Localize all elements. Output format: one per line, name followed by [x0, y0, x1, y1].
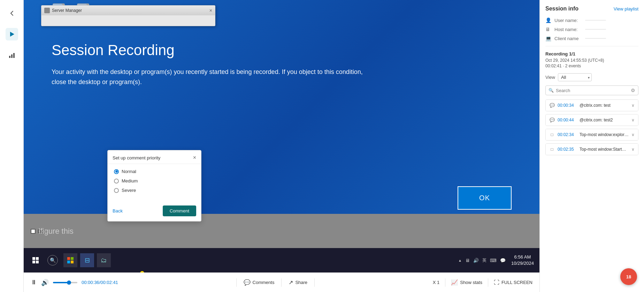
share-icon: ↗ [289, 279, 293, 286]
configure-text: lfigure this [39, 227, 74, 236]
dialog-title: Set up comment priority [113, 155, 160, 160]
radio-normal-circle[interactable] [114, 169, 119, 174]
session-recording-description: Your activity with the desktop or progra… [52, 67, 365, 87]
event-item-1: 💬 00:00:34 @citrix.com: test ∨ [545, 99, 638, 111]
divider-3 [314, 278, 315, 287]
controls-left: ⏸ 🔊 00:00:36/00:02:41 [31, 279, 118, 286]
controls-right: X 1 📈 Show stats ⛶ FULL SCREEN [433, 278, 532, 287]
view-select[interactable]: All Events Comments [558, 73, 592, 81]
comment-button[interactable]: Comment [163, 205, 196, 216]
play-nav-icon[interactable] [6, 28, 18, 40]
pause-icon: ⏸ [31, 279, 37, 286]
event-item-3-header[interactable]: □ 00:02:34 Top-most window:explorer., 16… [546, 129, 638, 140]
view-playlist-link[interactable]: View playlist [614, 6, 638, 12]
host-value [585, 29, 606, 30]
radio-severe[interactable]: Severe [114, 188, 195, 193]
svg-marker-0 [10, 32, 14, 37]
notification-badge[interactable]: 18 [620, 268, 637, 285]
radio-medium-circle[interactable] [114, 179, 119, 184]
event-3-expand-icon[interactable]: ∨ [631, 132, 635, 137]
view-row: View All Events Comments [545, 73, 638, 81]
checkbox-box[interactable] [31, 229, 36, 234]
back-button-dialog[interactable]: Back [113, 208, 123, 214]
event-item-2: 💬 00:00:44 @citrix.com: test2 ∨ [545, 114, 638, 126]
server-manager-close-icon[interactable]: × [209, 8, 212, 13]
event-2-desc: @citrix.com: test2 [580, 118, 629, 122]
event-item-2-header[interactable]: 💬 00:00:44 @citrix.com: test2 ∨ [546, 114, 638, 126]
divider-2 [281, 278, 282, 287]
show-stats-button[interactable]: 📈 Show stats [451, 279, 482, 286]
svg-rect-3 [13, 53, 15, 58]
main-content: Server Manager × Session Recording Your … [24, 0, 539, 292]
event-1-time: 00:00:34 [558, 103, 577, 108]
user-icon: 👤 [545, 17, 552, 23]
host-icon: 🖥 [545, 27, 552, 32]
session-recording-title: Session Recording [52, 42, 512, 59]
host-label: Host name: [554, 27, 582, 32]
client-label: Client name [554, 36, 582, 41]
server-manager-app-icon [44, 8, 50, 13]
video-bottom-gray: Dor lfigure this [24, 214, 539, 249]
divider-5 [488, 278, 488, 287]
volume-handle[interactable] [67, 280, 71, 285]
search-icon: 🔍 [549, 88, 554, 93]
svg-rect-5 [71, 257, 74, 260]
tray-arrow: ▲ [458, 259, 462, 262]
stats-chart-icon: 📈 [451, 279, 458, 286]
view-label: View [545, 75, 555, 80]
radio-severe-circle[interactable] [114, 188, 119, 193]
dialog-footer: Back Comment [108, 202, 201, 221]
fullscreen-icon: ⛶ [494, 279, 499, 286]
share-button[interactable]: ↗ Share [289, 279, 307, 286]
taskbar-start-button[interactable] [29, 254, 42, 267]
dialog-close-icon[interactable]: × [193, 155, 196, 161]
radio-normal[interactable]: Normal [114, 169, 195, 174]
client-info-row: 💻 Client name [545, 36, 638, 41]
volume-button[interactable]: 🔊 [41, 279, 49, 286]
time-display: 00:00:36/00:02:41 [82, 280, 118, 285]
session-info-header: Session info View playlist [545, 6, 638, 12]
event-2-recording-icon: 💬 [549, 117, 555, 123]
comments-label: Comments [253, 280, 275, 285]
event-4-expand-icon[interactable]: ∨ [631, 147, 635, 152]
event-item-4-header[interactable]: □ 00:02:35 Top-most window:StartMenuExpe… [546, 144, 638, 155]
event-item-3: □ 00:02:34 Top-most window:explorer., 16… [545, 129, 638, 141]
recording-meta: 00:02:41 · 2 events [545, 63, 638, 68]
taskbar-app-3[interactable]: 🗂 [97, 253, 111, 267]
taskbar-app-2[interactable]: ⊟ [80, 253, 94, 267]
svg-rect-7 [71, 261, 74, 263]
share-label: Share [295, 280, 307, 285]
radio-medium[interactable]: Medium [114, 178, 195, 184]
event-1-desc: @citrix.com: test [580, 103, 629, 108]
volume-slider[interactable] [53, 282, 77, 283]
event-1-expand-icon[interactable]: ∨ [631, 103, 635, 108]
event-4-desc: Top-most window:StartMenuExperienceHost,… [580, 147, 629, 152]
taskbar-app-1[interactable] [63, 253, 77, 267]
pause-button[interactable]: ⏸ [31, 279, 37, 286]
time-current: 00:00:36 [82, 280, 99, 285]
show-stats-label: Show stats [460, 280, 482, 285]
recording-section: Recording 1/1 Oct 29, 2024 14:55:53 (UTC… [545, 46, 638, 68]
filter-icon[interactable]: ⚙ [631, 88, 635, 93]
fullscreen-button[interactable]: ⛶ FULL SCREEN [494, 279, 532, 286]
session-recording-content: Session Recording Your activity with the… [52, 42, 512, 87]
svg-rect-1 [9, 56, 10, 58]
event-3-time: 00:02:34 [558, 132, 577, 137]
event-4-time: 00:02:35 [558, 147, 577, 152]
back-button[interactable] [6, 7, 18, 20]
comments-icon: 💬 [244, 279, 251, 286]
stats-icon[interactable] [6, 49, 18, 61]
tray-keyboard-icon: ⌨ [490, 258, 497, 263]
tray-chat-icon: 💬 [500, 258, 506, 263]
video-taskbar: 🔍 ⊟ 🗂 [24, 248, 539, 272]
comments-button[interactable]: 💬 Comments [244, 279, 275, 286]
event-2-expand-icon[interactable]: ∨ [631, 118, 635, 122]
taskbar-search-button[interactable]: 🔍 [47, 255, 58, 265]
event-item-1-header[interactable]: 💬 00:00:34 @citrix.com: test ∨ [546, 100, 638, 111]
search-input[interactable] [556, 88, 629, 93]
ok-button[interactable]: OK [458, 186, 512, 210]
svg-rect-6 [67, 261, 70, 263]
event-4-window-icon: □ [549, 147, 555, 152]
tray-volume-icon: 🔊 [473, 258, 479, 263]
svg-rect-4 [67, 257, 70, 260]
